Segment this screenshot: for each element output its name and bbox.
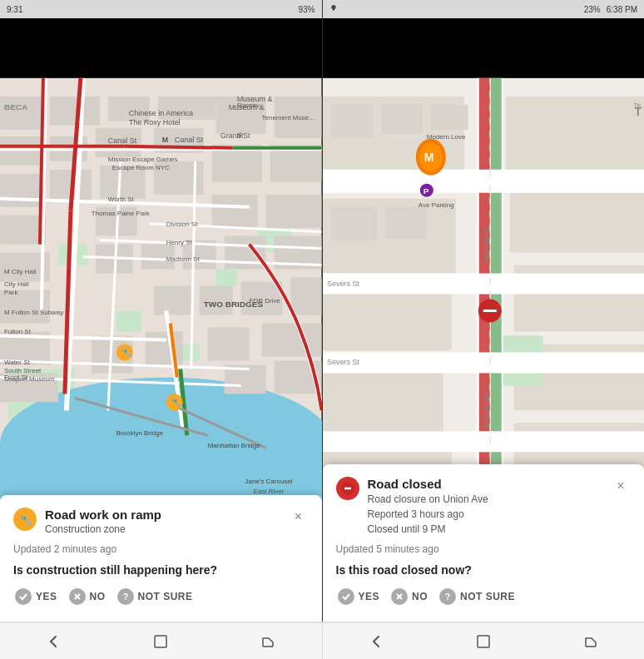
svg-text:Madison St: Madison St (166, 255, 201, 263)
checkmark-icon-right (339, 590, 353, 603)
right-not-sure-label: NOT SURE (460, 591, 515, 602)
svg-point-160 (339, 590, 353, 603)
svg-text:Canal St: Canal St (108, 136, 137, 145)
left-screen: 9:31 93% (0, 0, 323, 622)
svg-rect-14 (0, 136, 42, 166)
right-status-right: 23% 6:38 PM (584, 5, 637, 14)
svg-text:Severs St: Severs St (326, 358, 359, 366)
svg-text:Tenement Muse...: Tenement Muse... (262, 114, 315, 121)
right-recent-button[interactable] (574, 625, 607, 658)
right-home-button[interactable] (467, 625, 500, 658)
svg-rect-166 (155, 636, 166, 647)
left-yes-label: YES (36, 591, 57, 602)
right-no-icon (391, 588, 408, 605)
left-time: 9:31 (7, 5, 22, 14)
right-recent-icon (583, 634, 598, 649)
svg-text:M Fulton St Subway: M Fulton St Subway (4, 309, 63, 316)
road-closed-icon (341, 482, 354, 495)
right-yes-label: YES (359, 591, 380, 602)
svg-rect-153 (430, 105, 468, 130)
svg-text:Water St: Water St (4, 359, 30, 366)
left-close-button[interactable]: × (289, 507, 309, 527)
right-close-button[interactable]: × (611, 476, 631, 496)
left-no-button[interactable]: NO (67, 585, 107, 608)
svg-text:P: P (423, 186, 429, 196)
svg-text:Mission Escape Games: Mission Escape Games (108, 156, 178, 163)
left-home-button[interactable] (144, 625, 177, 658)
right-yes-icon (338, 588, 354, 605)
svg-text:Henry St: Henry St (166, 239, 193, 246)
left-not-sure-label: NOT SURE (138, 591, 193, 602)
right-card-header: Road closed Road closure on Union Ave Re… (336, 476, 632, 538)
svg-rect-133 (323, 170, 645, 193)
checkmark-icon (17, 590, 30, 603)
right-no-button[interactable]: NO (389, 585, 429, 608)
left-home-icon (153, 634, 168, 649)
left-recent-button[interactable] (251, 625, 285, 658)
svg-text:?: ? (123, 592, 129, 602)
svg-text:Seaport Museum: Seaport Museum (4, 375, 55, 383)
svg-rect-28 (212, 195, 258, 228)
svg-text:Canal St: Canal St (175, 136, 204, 144)
right-status-bar: 23% 6:38 PM (323, 0, 645, 18)
left-status-time: 9:31 (7, 5, 22, 14)
svg-text:FDR Drive: FDR Drive (250, 297, 281, 305)
svg-text:Severs St: Severs St (326, 280, 359, 288)
svg-text:Worth St: Worth St (108, 196, 135, 203)
right-no-label: NO (412, 591, 428, 602)
svg-text:Division St: Division St (166, 220, 198, 228)
svg-text:M: M (162, 136, 168, 144)
svg-text:East River: East River (254, 488, 285, 495)
left-not-sure-button[interactable]: ? NOT SURE (116, 585, 195, 608)
right-card-text: Road closed Road closure on Union Ave Re… (368, 476, 488, 538)
svg-text:Park: Park (4, 289, 17, 296)
right-card-updated: Updated 5 minutes ago (336, 543, 632, 555)
right-back-icon (368, 633, 384, 650)
svg-rect-43 (146, 331, 183, 364)
right-card-actions: YES NO ? (336, 585, 632, 608)
svg-rect-123 (505, 97, 644, 171)
svg-text:Union Ave: Union Ave (482, 228, 490, 262)
left-status-bar: 9:31 93% (0, 0, 322, 18)
left-back-icon (45, 633, 62, 650)
svg-text:M City Hall: M City Hall (4, 268, 37, 275)
left-yes-button[interactable]: YES (13, 585, 59, 608)
right-card-question: Is this road closed now? (336, 563, 632, 577)
svg-rect-152 (380, 105, 422, 134)
svg-rect-151 (330, 105, 372, 138)
left-no-label: NO (90, 591, 106, 602)
question-circle-icon: ? (119, 590, 132, 603)
left-recent-icon (260, 634, 275, 649)
svg-text:?: ? (445, 592, 451, 602)
left-back-button[interactable] (37, 625, 70, 658)
svg-rect-135 (323, 352, 645, 373)
svg-text:Grand St: Grand St (220, 131, 250, 140)
right-screen: 23% 6:38 PM (323, 0, 645, 622)
right-yes-button[interactable]: YES (336, 585, 382, 608)
right-info-card: Road closed Road closure on Union Ave Re… (323, 464, 645, 622)
right-status-left (329, 5, 341, 13)
svg-text:Chinese in America: Chinese in America (129, 109, 193, 117)
x-circle-icon-right (393, 590, 406, 603)
svg-line-64 (125, 146, 233, 148)
construction-icon: 🔧 (18, 513, 32, 526)
right-not-sure-button[interactable]: ? NOT SURE (438, 585, 517, 608)
right-card-subtitle-line2: Reported 3 hours ago (368, 508, 464, 520)
svg-text:Museum &: Museum & (237, 95, 273, 103)
right-card-subtitle-line3: Closed until 9 PM (368, 523, 446, 535)
left-not-sure-icon: ? (117, 588, 134, 605)
svg-text:Jane's Carousel: Jane's Carousel (245, 478, 293, 485)
svg-text:Thomas Paine Park: Thomas Paine Park (92, 210, 150, 217)
right-time: 6:38 PM (607, 5, 637, 14)
right-card-subtitle-line1: Road closure on Union Ave (368, 493, 488, 505)
svg-text:City Hall: City Hall (4, 280, 29, 288)
right-back-button[interactable] (359, 625, 393, 658)
svg-rect-29 (266, 195, 322, 228)
right-card-icon (336, 477, 359, 500)
svg-rect-45 (262, 323, 322, 356)
right-not-sure-icon: ? (439, 588, 456, 605)
right-battery: 23% (584, 5, 601, 14)
left-battery: 93% (298, 5, 315, 14)
svg-text:Fulton St: Fulton St (4, 328, 32, 335)
svg-text:The Roxy Hotel: The Roxy Hotel (129, 118, 181, 126)
